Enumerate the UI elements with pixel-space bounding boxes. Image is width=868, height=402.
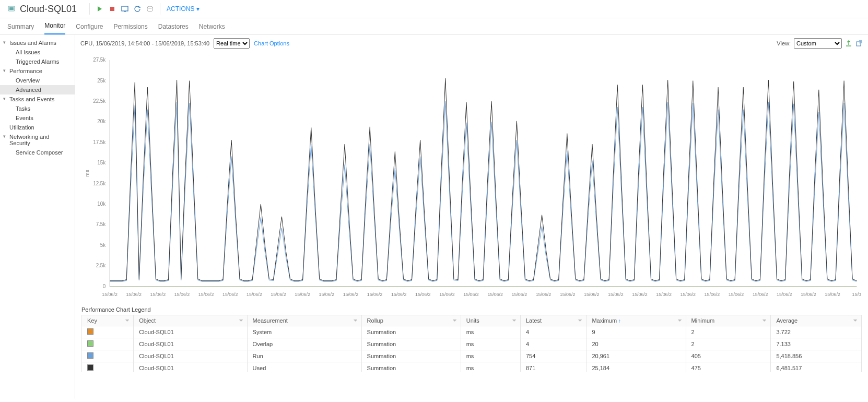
svg-text:15/06/2: 15/06/2 bbox=[463, 292, 479, 297]
export-icon[interactable] bbox=[845, 40, 852, 47]
cell-latest: 4 bbox=[520, 326, 586, 338]
chart-header: CPU, 15/06/2019, 14:54:00 - 15/06/2019, … bbox=[75, 35, 868, 52]
svg-text:15/06/2: 15/06/2 bbox=[198, 292, 214, 297]
legend-row[interactable]: Cloud-SQL01SystemSummationms4923.722 bbox=[82, 326, 862, 338]
svg-text:15/06/2: 15/06/2 bbox=[271, 292, 286, 297]
console-icon[interactable] bbox=[121, 5, 128, 13]
cell-measurement: Overlap bbox=[247, 338, 361, 350]
legend-col-rollup[interactable]: Rollup⏷ bbox=[361, 315, 461, 326]
filter-icon[interactable]: ⏷ bbox=[512, 317, 517, 323]
svg-text:15/06/2: 15/06/2 bbox=[584, 292, 600, 297]
cell-latest: 871 bbox=[520, 362, 586, 373]
svg-text:25k: 25k bbox=[97, 77, 105, 83]
cell-rollup: Summation bbox=[361, 326, 461, 338]
filter-icon[interactable]: ⏷ bbox=[452, 317, 458, 323]
monitor-sidebar: Issues and AlarmsAll IssuesTriggered Ala… bbox=[0, 35, 75, 399]
nav-group-utilization[interactable]: Utilization bbox=[0, 123, 75, 132]
legend-col-measurement[interactable]: Measurement⏷ bbox=[247, 315, 361, 326]
cell-average: 7.133 bbox=[771, 338, 862, 350]
realtime-select[interactable]: Real time bbox=[214, 38, 250, 49]
cell-units: ms bbox=[461, 362, 520, 373]
play-icon[interactable] bbox=[96, 5, 103, 13]
svg-text:27.5k: 27.5k bbox=[93, 57, 105, 63]
svg-text:15/06/2: 15/06/2 bbox=[608, 292, 624, 297]
svg-text:15/06/2: 15/06/2 bbox=[656, 292, 672, 297]
filter-icon[interactable]: ⏷ bbox=[762, 317, 767, 323]
cell-average: 3.722 bbox=[771, 326, 862, 338]
tab-networks[interactable]: Networks bbox=[199, 19, 225, 34]
nav-group-performance[interactable]: Performance bbox=[0, 66, 75, 76]
svg-text:12.5k: 12.5k bbox=[93, 181, 105, 186]
svg-text:15/06/2: 15/06/2 bbox=[801, 292, 816, 297]
cell-units: ms bbox=[461, 350, 520, 362]
legend-col-units[interactable]: Units⏷ bbox=[461, 315, 520, 326]
tab-configure[interactable]: Configure bbox=[76, 19, 103, 34]
filter-icon[interactable]: ⏷ bbox=[125, 317, 130, 323]
legend-col-latest[interactable]: Latest⏷ bbox=[520, 315, 586, 326]
svg-text:15/06/2: 15/06/2 bbox=[102, 292, 118, 297]
svg-rect-3 bbox=[122, 6, 128, 11]
cell-minimum: 2 bbox=[686, 326, 771, 338]
chart-options-link[interactable]: Chart Options bbox=[254, 40, 289, 46]
nav-item-triggered-alarms[interactable]: Triggered Alarms bbox=[0, 57, 75, 66]
tab-permissions[interactable]: Permissions bbox=[113, 19, 147, 34]
svg-text:15k: 15k bbox=[97, 160, 105, 165]
stop-icon[interactable] bbox=[109, 5, 116, 13]
tab-monitor[interactable]: Monitor bbox=[44, 18, 65, 34]
svg-text:15/06/2: 15/06/2 bbox=[487, 292, 503, 297]
legend-row[interactable]: Cloud-SQL01RunSummationms75420,9614055,4… bbox=[82, 350, 862, 362]
nav-item-service-composer[interactable]: Service Composer bbox=[0, 148, 75, 157]
svg-text:15/06/2: 15/06/2 bbox=[150, 292, 166, 297]
cell-average: 6,481.517 bbox=[771, 362, 862, 373]
svg-text:15/06/2: 15/06/2 bbox=[512, 292, 527, 297]
legend-col-minimum[interactable]: Minimum⏷ bbox=[686, 315, 771, 326]
legend-swatch bbox=[87, 340, 93, 347]
svg-text:15/06/2: 15/06/2 bbox=[439, 292, 455, 297]
filter-icon[interactable]: ⏷ bbox=[353, 317, 358, 323]
legend-col-maximum[interactable]: Maximum↑⏷ bbox=[587, 315, 686, 326]
tab-datastores[interactable]: Datastores bbox=[158, 19, 189, 34]
nav-item-overview[interactable]: Overview bbox=[0, 76, 75, 85]
legend-col-average[interactable]: Average⏷ bbox=[771, 315, 862, 326]
nav-item-tasks[interactable]: Tasks bbox=[0, 104, 75, 113]
filter-icon[interactable]: ⏷ bbox=[578, 317, 583, 323]
chevron-down-icon: ▾ bbox=[196, 5, 200, 13]
nav-item-all-issues[interactable]: All Issues bbox=[0, 48, 75, 57]
tab-summary[interactable]: Summary bbox=[7, 19, 34, 34]
svg-text:15/06/2: 15/06/2 bbox=[247, 292, 262, 297]
legend-row[interactable]: Cloud-SQL01OverlapSummationms42027.133 bbox=[82, 338, 862, 350]
svg-rect-1 bbox=[9, 7, 14, 10]
cell-measurement: System bbox=[247, 326, 361, 338]
nav-item-events[interactable]: Events bbox=[0, 113, 75, 123]
filter-icon[interactable]: ⏷ bbox=[853, 317, 858, 323]
nav-group-networking-and-security[interactable]: Networking and Security bbox=[0, 132, 75, 148]
nav-item-advanced[interactable]: Advanced bbox=[0, 85, 75, 94]
cell-object: Cloud-SQL01 bbox=[134, 338, 247, 350]
svg-text:15/06/2: 15/06/2 bbox=[174, 292, 190, 297]
svg-text:7.5k: 7.5k bbox=[96, 221, 106, 227]
cell-maximum: 20 bbox=[587, 338, 686, 350]
refresh-icon[interactable] bbox=[134, 5, 141, 13]
legend-row[interactable]: Cloud-SQL01UsedSummationms87125,1844756,… bbox=[82, 362, 862, 373]
legend-swatch bbox=[87, 328, 93, 335]
filter-icon[interactable]: ⏷ bbox=[239, 317, 244, 323]
cell-maximum: 9 bbox=[587, 326, 686, 338]
disk-icon[interactable] bbox=[146, 5, 154, 13]
svg-text:ms: ms bbox=[84, 170, 90, 176]
legend-col-object[interactable]: Object⏷ bbox=[134, 315, 247, 326]
legend-col-key[interactable]: Key⏷ bbox=[82, 315, 134, 326]
cell-minimum: 475 bbox=[686, 362, 771, 373]
toolbar-icons bbox=[89, 3, 160, 15]
filter-icon[interactable]: ⏷ bbox=[677, 317, 683, 323]
nav-group-issues-and-alarms[interactable]: Issues and Alarms bbox=[0, 38, 75, 48]
nav-group-tasks-and-events[interactable]: Tasks and Events bbox=[0, 94, 75, 104]
view-select[interactable]: Custom bbox=[794, 38, 842, 49]
actions-dropdown[interactable]: ACTIONS ▾ bbox=[160, 5, 206, 13]
svg-text:20k: 20k bbox=[97, 119, 105, 124]
svg-text:15/06/2: 15/06/2 bbox=[753, 292, 768, 297]
vm-icon bbox=[7, 5, 16, 13]
svg-text:15/06/2: 15/06/2 bbox=[632, 292, 648, 297]
popout-icon[interactable] bbox=[855, 40, 863, 47]
cell-maximum: 25,184 bbox=[587, 362, 686, 373]
cell-average: 5,418.856 bbox=[771, 350, 862, 362]
